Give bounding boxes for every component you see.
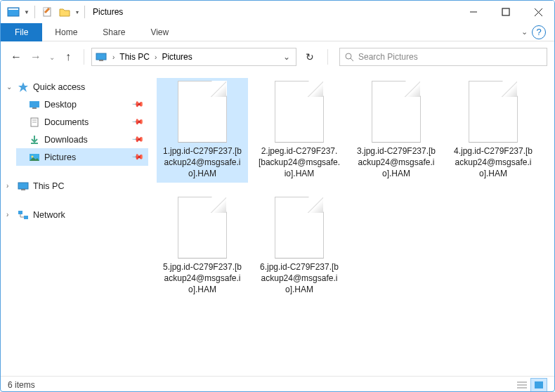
- pin-icon: 📌: [131, 98, 144, 111]
- svg-rect-4: [502, 8, 509, 15]
- svg-rect-20: [18, 183, 28, 189]
- minimize-button[interactable]: [457, 1, 490, 22]
- file-icon: [275, 81, 324, 143]
- app-icon[interactable]: [5, 4, 22, 20]
- divider: [84, 49, 84, 65]
- back-button[interactable]: ←: [8, 48, 25, 65]
- refresh-button[interactable]: ↻: [299, 48, 320, 66]
- expand-icon[interactable]: ›: [6, 182, 8, 190]
- close-button[interactable]: [522, 1, 554, 22]
- help-button[interactable]: ?: [532, 25, 546, 39]
- svg-line-10: [351, 58, 353, 61]
- sidebar-item-downloads[interactable]: Downloads 📌: [16, 131, 148, 148]
- sidebar-item-label: Network: [33, 210, 65, 220]
- file-item[interactable]: 6.jpg.id-C279F237.[backup24@msgsafe.io].…: [254, 194, 345, 299]
- breadcrumb-segment[interactable]: This PC: [117, 52, 152, 62]
- search-icon: [344, 52, 354, 62]
- svg-marker-11: [18, 82, 28, 92]
- svg-rect-8: [99, 60, 103, 61]
- file-label: 5.jpg.id-C279F237.[backup24@msgsafe.io].…: [159, 261, 245, 296]
- svg-rect-1: [8, 8, 18, 10]
- view-toggles: [514, 378, 547, 392]
- ribbon: File Home Share View ⌄ ?: [1, 23, 554, 41]
- details-view-button[interactable]: [514, 378, 530, 392]
- sidebar-item-label: Pictures: [44, 152, 76, 162]
- tab-view[interactable]: View: [138, 23, 181, 41]
- svg-rect-12: [30, 101, 39, 107]
- file-item[interactable]: 4.jpg.id-C279F237.[backup24@msgsafe.io].…: [448, 78, 539, 183]
- svg-rect-21: [21, 189, 25, 190]
- svg-rect-27: [535, 381, 543, 388]
- file-icon: [469, 81, 518, 143]
- chevron-right-icon[interactable]: ›: [110, 53, 117, 61]
- network-icon: [18, 209, 29, 221]
- forward-button[interactable]: →: [27, 48, 44, 65]
- pictures-icon: [29, 152, 40, 163]
- svg-rect-7: [96, 53, 106, 60]
- sidebar-item-label: Quick access: [33, 82, 85, 92]
- file-tab[interactable]: File: [1, 23, 42, 41]
- search-input[interactable]: Search Pictures: [339, 48, 547, 66]
- expand-icon[interactable]: ›: [6, 211, 8, 218]
- file-label: 1.jpg.id-C279F237.[backup24@msgsafe.io].…: [159, 145, 245, 180]
- item-count: 6 items: [8, 380, 35, 390]
- search-placeholder: Search Pictures: [358, 52, 418, 62]
- breadcrumb-segment[interactable]: Pictures: [159, 52, 195, 62]
- chevron-right-icon[interactable]: ›: [152, 53, 159, 61]
- window-title: Pictures: [93, 7, 123, 17]
- file-icon: [275, 197, 324, 259]
- file-icon: [178, 197, 227, 259]
- expand-icon[interactable]: ⌄: [6, 83, 12, 91]
- large-icons-view-button[interactable]: [530, 378, 547, 392]
- new-folder-icon[interactable]: [56, 4, 73, 20]
- window-controls: [457, 1, 554, 22]
- expand-ribbon-button[interactable]: ⌄: [521, 27, 528, 37]
- file-icon: [372, 81, 421, 143]
- sidebar-item-documents[interactable]: Documents 📌: [16, 113, 148, 131]
- file-item[interactable]: 1.jpg.id-C279F237.[backup24@msgsafe.io].…: [157, 78, 248, 183]
- file-item[interactable]: 2.jpeg.id-C279F237.[backup24@msgsafe.io]…: [254, 78, 345, 183]
- divider: [84, 6, 85, 18]
- tab-home[interactable]: Home: [42, 23, 90, 41]
- svg-rect-23: [24, 216, 28, 219]
- divider: [34, 6, 35, 18]
- monitor-icon: [18, 181, 29, 192]
- file-label: 4.jpg.id-C279F237.[backup24@msgsafe.io].…: [450, 145, 536, 180]
- file-label: 3.jpg.id-C279F237.[backup24@msgsafe.io].…: [353, 145, 439, 180]
- file-item[interactable]: 3.jpg.id-C279F237.[backup24@msgsafe.io].…: [351, 78, 442, 183]
- divider: [327, 49, 328, 65]
- sidebar-item-label: This PC: [33, 181, 64, 191]
- svg-rect-13: [32, 107, 37, 109]
- file-icon: [178, 81, 227, 143]
- pin-icon: 📌: [131, 115, 144, 129]
- navigation-pane: ⌄ Quick access Desktop 📌 Documents 📌 Dow…: [1, 74, 151, 376]
- sidebar-this-pc[interactable]: › This PC: [16, 177, 148, 195]
- quick-access-toolbar: ▼ ▾ Pictures: [1, 4, 123, 20]
- pin-icon: 📌: [131, 150, 144, 164]
- sidebar-item-pictures[interactable]: Pictures 📌: [16, 148, 148, 166]
- tab-share[interactable]: Share: [90, 23, 138, 41]
- file-item[interactable]: 5.jpg.id-C279F237.[backup24@msgsafe.io].…: [157, 194, 248, 299]
- breadcrumb[interactable]: › This PC › Pictures ⌄: [91, 48, 296, 66]
- sidebar-item-desktop[interactable]: Desktop 📌: [16, 96, 148, 113]
- sidebar-item-label: Desktop: [44, 100, 77, 110]
- sidebar-network[interactable]: › Network: [16, 206, 148, 223]
- file-label: 6.jpg.id-C279F237.[backup24@msgsafe.io].…: [256, 261, 342, 296]
- address-bar-row: ← → ⌄ ↑ › This PC › Pictures ⌄ ↻ Search …: [1, 44, 554, 70]
- file-label: 2.jpeg.id-C279F237.[backup24@msgsafe.io]…: [256, 145, 342, 180]
- downloads-icon: [29, 134, 40, 145]
- recent-dropdown[interactable]: ⌄: [47, 48, 57, 65]
- pin-icon: 📌: [131, 133, 144, 146]
- breadcrumb-dropdown[interactable]: ⌄: [283, 52, 293, 62]
- properties-icon[interactable]: [39, 4, 56, 20]
- monitor-icon: [95, 51, 107, 63]
- title-bar: ▼ ▾ Pictures: [1, 1, 554, 23]
- file-list[interactable]: 1.jpg.id-C279F237.[backup24@msgsafe.io].…: [151, 74, 554, 376]
- maximize-button[interactable]: [490, 1, 522, 22]
- sidebar-quick-access[interactable]: ⌄ Quick access: [16, 78, 148, 96]
- qat-customize-dropdown[interactable]: ▾: [74, 4, 81, 20]
- up-button[interactable]: ↑: [60, 48, 77, 65]
- qat-dropdown[interactable]: ▼: [22, 4, 31, 20]
- star-icon: [18, 81, 29, 93]
- main-area: ⌄ Quick access Desktop 📌 Documents 📌 Dow…: [1, 74, 554, 376]
